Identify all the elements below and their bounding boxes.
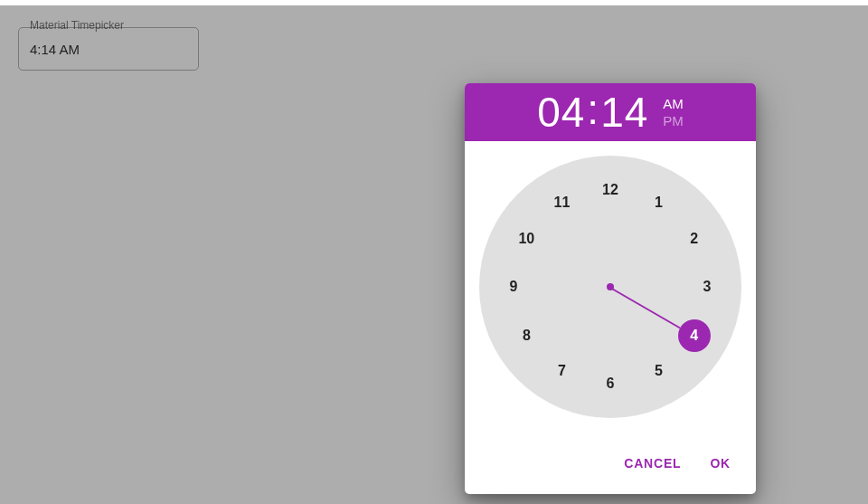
clock-hour-1[interactable]: 1: [643, 186, 675, 219]
clock-face[interactable]: 121234567891011: [479, 156, 741, 418]
clock-hand: [610, 287, 681, 328]
ampm-toggle: AM PM: [663, 95, 684, 130]
clock-hour-8[interactable]: 8: [510, 319, 542, 352]
time-separator: :: [585, 89, 600, 130]
timepicker-value: 4:14 AM: [18, 27, 199, 71]
clock-body: 121234567891011: [465, 141, 756, 425]
clock-hour-7[interactable]: 7: [546, 355, 579, 387]
dialog-actions: CANCEL OK: [465, 425, 756, 494]
clock-hour-11[interactable]: 11: [546, 186, 579, 219]
clock-hour-12[interactable]: 12: [594, 174, 627, 206]
am-option[interactable]: AM: [663, 95, 684, 113]
clock-hour-10[interactable]: 10: [510, 223, 542, 255]
clock-hour-3[interactable]: 3: [691, 271, 723, 303]
clock-hour-4[interactable]: 4: [678, 319, 711, 352]
clock-hour-9[interactable]: 9: [497, 271, 530, 303]
clock-hour-5[interactable]: 5: [643, 355, 675, 387]
pm-option[interactable]: PM: [663, 112, 684, 130]
hour-display[interactable]: 04: [537, 91, 585, 133]
clock-hour-2[interactable]: 2: [678, 223, 711, 255]
timepicker-dialog: 04 : 14 AM PM 121234567891011 CANCEL OK: [465, 83, 756, 494]
minute-display[interactable]: 14: [600, 91, 648, 133]
cancel-button[interactable]: CANCEL: [613, 449, 692, 478]
clock-center-dot: [607, 283, 614, 290]
ok-button[interactable]: OK: [699, 449, 741, 478]
dialog-header: 04 : 14 AM PM: [465, 83, 756, 141]
clock-hour-6[interactable]: 6: [594, 367, 627, 400]
timepicker-label: Material Timepicker: [26, 19, 127, 32]
timepicker-field[interactable]: Material Timepicker 4:14 AM: [18, 27, 199, 71]
time-display: 04 : 14: [537, 91, 648, 133]
